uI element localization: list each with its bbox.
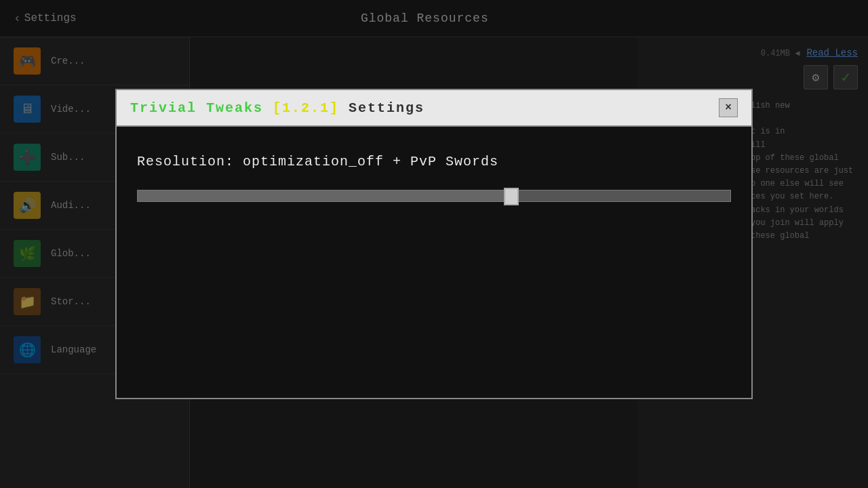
slider-track[interactable] [137, 190, 731, 202]
title-settings-label: Settings [349, 100, 425, 116]
title-tweaks: Tweaks [206, 100, 263, 116]
slider-thumb[interactable] [504, 188, 519, 205]
modal-header: Trivial Tweaks [1.2.1] Settings × [117, 90, 751, 127]
modal-body: Resolution: optimization_off + PvP Sword… [117, 127, 751, 398]
slider-container [137, 190, 731, 202]
title-trivial: Trivial [130, 100, 197, 116]
resolution-label: Resolution: optimization_off + PvP Sword… [137, 154, 731, 169]
title-version: [1.2.1] [273, 100, 339, 116]
modal-close-button[interactable]: × [719, 98, 738, 117]
slider-fill [138, 190, 511, 201]
modal-title: Trivial Tweaks [1.2.1] Settings [130, 100, 425, 116]
settings-modal: Trivial Tweaks [1.2.1] Settings × Resolu… [115, 89, 753, 399]
